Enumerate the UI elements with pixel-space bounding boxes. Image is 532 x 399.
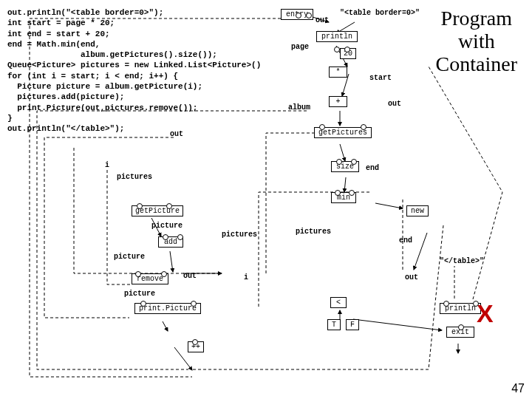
port <box>177 234 183 240</box>
port <box>473 301 479 307</box>
port <box>335 190 341 196</box>
label-end-2: end <box>399 236 412 245</box>
error-marker: X <box>477 299 494 328</box>
label-i-2: i <box>244 273 248 282</box>
port <box>361 124 366 130</box>
port <box>458 324 464 330</box>
label-out-2: out <box>388 100 401 108</box>
label-album: album <box>288 103 310 112</box>
node-branch-true: T <box>327 319 341 330</box>
port <box>192 339 198 345</box>
label-pictures-2: pictures <box>296 228 331 236</box>
port <box>344 47 350 52</box>
node-literal-table-open: "<table border=0>" <box>340 9 420 17</box>
label-pictures-3: pictures <box>222 231 257 239</box>
label-picture-1: picture <box>151 222 183 230</box>
label-out-4: out <box>183 272 197 280</box>
port <box>334 47 340 52</box>
label-out-5: out <box>405 273 418 282</box>
label-out: out <box>316 16 329 24</box>
port <box>296 13 301 18</box>
diagram-edges <box>0 0 532 399</box>
label-pictures-1: pictures <box>117 173 152 181</box>
port <box>163 234 168 240</box>
node-multiply: * <box>329 66 347 78</box>
label-end: end <box>366 164 379 172</box>
dataflow-diagram: entry out "<table border=0>" println pag… <box>0 0 532 399</box>
port <box>336 159 342 165</box>
port <box>349 190 355 196</box>
port <box>137 203 143 209</box>
port <box>140 301 146 307</box>
label-i: i <box>105 161 109 169</box>
label-picture-3: picture <box>124 290 155 298</box>
port <box>191 301 197 307</box>
node-literal-table-close: "</table>" <box>440 257 484 265</box>
node-branch-false: F <box>346 319 359 330</box>
label-picture-2: picture <box>114 253 145 261</box>
port <box>443 301 449 307</box>
node-println-1: println <box>316 31 358 42</box>
port <box>135 271 141 277</box>
label-start: start <box>369 74 392 82</box>
port <box>166 203 172 209</box>
port <box>319 124 325 130</box>
label-page: page <box>291 43 309 51</box>
port <box>351 159 357 165</box>
label-out-3: out <box>170 130 183 138</box>
port <box>306 13 312 18</box>
node-plus: + <box>329 96 347 107</box>
node-less-than: < <box>330 297 347 308</box>
port <box>161 271 167 277</box>
node-new: new <box>406 205 429 216</box>
